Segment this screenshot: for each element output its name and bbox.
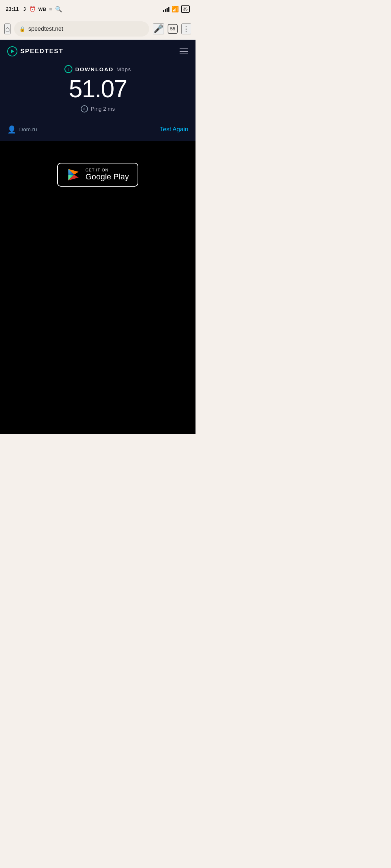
play-store-icon <box>67 168 80 182</box>
speedtest-title: SPEEDTEST <box>20 48 63 55</box>
speedtest-logo-icon <box>7 46 17 56</box>
search-icon[interactable]: 🔍 <box>55 6 62 13</box>
battery-indicator: 35 <box>181 5 190 13</box>
tab-count-button[interactable]: 55 <box>168 24 178 34</box>
user-icon: 👤 <box>7 125 16 134</box>
google-play-label: Google Play <box>85 172 129 182</box>
isp-name: Dom.ru <box>19 126 37 132</box>
time-display: 23:11 <box>6 6 19 12</box>
test-again-button[interactable]: Test Again <box>160 126 188 133</box>
get-it-on-label: GET IT ON <box>85 168 109 172</box>
url-text: speedtest.net <box>28 26 63 32</box>
download-text: DOWNLOAD <box>75 66 114 72</box>
speedtest-header: SPEEDTEST <box>0 40 196 61</box>
lock-icon: 🔒 <box>19 26 25 32</box>
google-play-text: GET IT ON Google Play <box>85 168 129 182</box>
alarm-icon: ⏰ <box>29 6 35 12</box>
more-options-button[interactable]: ⋮ <box>181 24 191 34</box>
ping-row: $ Ping 2 ms <box>7 105 188 112</box>
signal-strength-icon <box>163 6 169 12</box>
browser-bar: ⌂ 🔒 speedtest.net 🎤 55 ⋮ <box>0 18 196 40</box>
status-left: 23:11 ☽ ⏰ WB ≡ 🔍 <box>6 6 62 13</box>
isp-info: 👤 Dom.ru <box>7 125 37 134</box>
wifi-icon: 📶 <box>172 6 179 13</box>
download-unit: Mbps <box>117 66 131 72</box>
google-play-button[interactable]: GET IT ON Google Play <box>57 163 138 187</box>
moon-icon: ☽ <box>22 6 26 12</box>
ping-icon: $ <box>81 105 88 112</box>
speed-value: 51.07 <box>7 75 188 102</box>
download-label-row: ↓ DOWNLOAD Mbps <box>7 65 188 73</box>
hamburger-menu-button[interactable] <box>180 48 188 54</box>
speedtest-logo: SPEEDTEST <box>7 46 63 56</box>
microphone-button[interactable]: 🎤 <box>153 24 164 34</box>
black-content-area: GET IT ON Google Play <box>0 141 196 434</box>
ping-label: Ping 2 ms <box>91 106 115 112</box>
home-button[interactable]: ⌂ <box>4 24 10 34</box>
speedtest-footer: 👤 Dom.ru Test Again <box>0 120 196 141</box>
status-bar: 23:11 ☽ ⏰ WB ≡ 🔍 📶 35 <box>0 0 196 18</box>
url-bar[interactable]: 🔒 speedtest.net <box>14 21 149 37</box>
signal-icon: ≡ <box>49 6 52 12</box>
download-icon: ↓ <box>64 65 72 73</box>
speedtest-result: ↓ DOWNLOAD Mbps 51.07 $ Ping 2 ms <box>0 61 196 120</box>
carrier-label: WB <box>38 7 46 12</box>
status-right: 📶 35 <box>163 5 190 13</box>
